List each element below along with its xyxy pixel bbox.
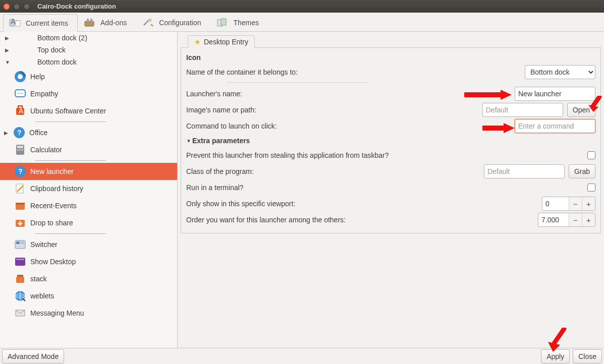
sidebar-item-stack[interactable]: stack xyxy=(0,270,177,287)
sidebar-item-office[interactable]: ▶ ? Office xyxy=(0,124,177,141)
help-icon xyxy=(13,70,27,84)
advanced-mode-button[interactable]: Advanced Mode xyxy=(2,349,64,363)
viewport-increment[interactable]: + xyxy=(582,197,595,210)
svg-point-12 xyxy=(18,93,19,94)
tab-configuration-label: Configuration xyxy=(159,19,201,27)
empathy-icon xyxy=(13,87,27,101)
tab-current-items[interactable]: Aa Current items xyxy=(3,14,78,32)
section-icon: Icon xyxy=(186,51,595,64)
weblets-icon xyxy=(13,289,27,303)
recent-events-icon xyxy=(13,199,27,213)
launcher-name-label: Launcher's name: xyxy=(186,90,511,98)
window-maximize-button[interactable] xyxy=(23,3,30,10)
star-icon: ★ xyxy=(194,38,201,46)
viewport-value[interactable] xyxy=(542,197,569,210)
svg-point-14 xyxy=(22,93,23,94)
launcher-name-input[interactable] xyxy=(515,87,595,101)
tree-bottom-dock-2[interactable]: ▶Bottom dock (2) xyxy=(0,32,177,44)
sidebar-item-ubuntu-software-center[interactable]: A Ubuntu Software Center xyxy=(0,102,177,119)
sidebar-item-switcher[interactable]: Switcher xyxy=(0,236,177,253)
switcher-icon xyxy=(13,237,27,252)
viewport-label: Only show in this specific viewport: xyxy=(186,200,538,208)
apply-button[interactable]: Apply xyxy=(541,349,570,363)
tab-desktop-entry[interactable]: ★ Desktop Entry xyxy=(188,35,255,48)
close-button[interactable]: Close xyxy=(573,349,602,363)
svg-rect-35 xyxy=(16,277,24,283)
sidebar-item-recent-events[interactable]: Recent-Events xyxy=(0,197,177,214)
software-center-icon: A xyxy=(13,104,27,118)
svg-text:A: A xyxy=(19,107,24,115)
sidebar-item-clipboard-history[interactable]: Clipboard history xyxy=(0,180,177,197)
svg-rect-21 xyxy=(17,149,19,151)
separator xyxy=(227,82,368,83)
sidebar-item-new-launcher[interactable]: ? New launcher xyxy=(0,163,177,180)
question-icon: ? xyxy=(13,164,27,178)
viewport-spinner[interactable]: − + xyxy=(542,197,595,211)
expand-icon: ▶ xyxy=(4,130,9,136)
tree-bottom-dock[interactable]: ▼Bottom dock xyxy=(0,56,177,68)
configuration-icon xyxy=(142,17,155,28)
order-spinner[interactable]: − + xyxy=(538,213,595,227)
command-input[interactable] xyxy=(515,119,595,133)
svg-text:?: ? xyxy=(18,167,23,175)
section-extra-parameters[interactable]: ▼Extra parameters xyxy=(186,134,595,147)
svg-rect-28 xyxy=(16,203,25,205)
svg-text:?: ? xyxy=(17,129,22,137)
svg-rect-22 xyxy=(20,149,21,151)
order-label: Order you want for this launcher among t… xyxy=(186,216,534,224)
svg-rect-8 xyxy=(221,19,226,25)
window-minimize-button[interactable] xyxy=(13,3,20,10)
addons-icon xyxy=(83,17,96,28)
separator xyxy=(35,122,106,122)
image-path-label: Image's name or path: xyxy=(186,106,478,114)
tab-themes[interactable]: Themes xyxy=(210,14,268,31)
svg-point-10 xyxy=(18,74,23,79)
sidebar-item-weblets[interactable]: weblets xyxy=(0,287,177,305)
content-tab-row: ★ Desktop Entry xyxy=(181,34,601,48)
order-value[interactable] xyxy=(538,213,569,226)
sidebar-item-show-desktop[interactable]: Show Desktop xyxy=(0,253,177,270)
drop-to-share-icon xyxy=(13,216,27,230)
sidebar-item-drop-to-share[interactable]: Drop to share xyxy=(0,214,177,231)
svg-rect-31 xyxy=(16,241,20,244)
viewport-decrement[interactable]: − xyxy=(569,197,582,210)
sidebar-item-help[interactable]: Help xyxy=(0,68,177,85)
svg-rect-5 xyxy=(90,19,92,22)
top-tab-bar: Aa Current items Add-ons Configuration T… xyxy=(0,13,604,32)
show-desktop-icon xyxy=(13,255,27,269)
sidebar-item-calculator[interactable]: Calculator xyxy=(0,141,177,158)
terminal-checkbox[interactable] xyxy=(587,184,595,192)
open-button[interactable]: Open xyxy=(567,103,595,117)
svg-rect-4 xyxy=(87,19,89,22)
sidebar-item-empathy[interactable]: Empathy xyxy=(0,85,177,102)
order-decrement[interactable]: − xyxy=(569,213,582,226)
svg-rect-20 xyxy=(17,146,23,148)
class-input[interactable] xyxy=(484,164,565,178)
svg-rect-36 xyxy=(17,275,23,277)
tab-addons-label: Add-ons xyxy=(100,19,127,27)
svg-rect-34 xyxy=(16,259,24,260)
themes-icon xyxy=(216,17,229,28)
grab-button[interactable]: Grab xyxy=(569,164,595,178)
calculator-icon xyxy=(13,143,27,157)
prevent-steal-checkbox[interactable] xyxy=(587,151,595,159)
tab-addons[interactable]: Add-ons xyxy=(78,14,136,31)
desktop-entry-panel: Icon Name of the container it belongs to… xyxy=(181,48,601,233)
tab-configuration[interactable]: Configuration xyxy=(136,14,210,31)
collapse-icon: ▼ xyxy=(186,138,192,144)
sidebar-item-messaging-menu[interactable]: Messaging Menu xyxy=(0,305,177,322)
footer-bar: Advanced Mode Apply Close xyxy=(0,348,604,364)
sidebar: ▶Bottom dock (2) ▶Top dock ▼Bottom dock … xyxy=(0,32,178,348)
clipboard-icon xyxy=(13,181,27,196)
window-title: Cairo-Dock configuration xyxy=(37,3,116,10)
separator xyxy=(35,160,106,161)
svg-rect-23 xyxy=(22,149,23,151)
container-label: Name of the container it belongs to: xyxy=(186,68,521,76)
image-path-input[interactable] xyxy=(482,103,563,117)
svg-rect-32 xyxy=(21,241,24,244)
tree-top-dock[interactable]: ▶Top dock xyxy=(0,44,177,56)
tab-themes-label: Themes xyxy=(233,19,259,27)
container-select[interactable]: Bottom dock xyxy=(525,65,595,79)
order-increment[interactable]: + xyxy=(582,213,595,226)
window-close-button[interactable] xyxy=(3,3,10,10)
